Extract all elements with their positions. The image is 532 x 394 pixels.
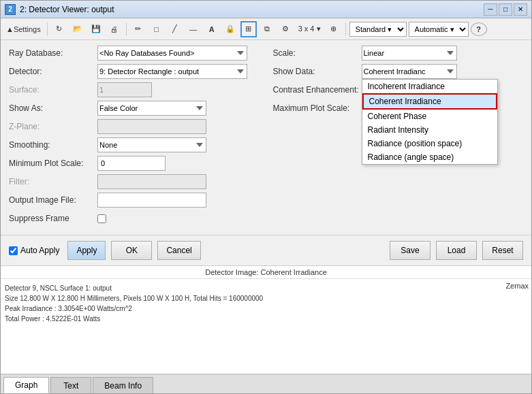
show-data-dropdown-container: Coherent Irradianc Incoherent Irradiance… — [362, 64, 457, 79]
copy-button[interactable]: ⧉ — [259, 21, 275, 37]
preview-info-line1: Detector 9, NSCL Surface 1: output — [5, 283, 445, 293]
smoothing-label: Smoothing: — [9, 140, 97, 150]
dropdown-item-radiant[interactable]: Radiant Intensity — [362, 123, 497, 137]
ok-button[interactable]: OK — [111, 241, 152, 260]
separator-1 — [47, 22, 48, 36]
output-image-row: Output Image File: — [9, 193, 260, 208]
tab-beam-info[interactable]: Beam Info — [93, 377, 153, 393]
maximize-button[interactable]: □ — [499, 3, 512, 16]
min-plot-scale-row: Minimum Plot Scale: — [9, 156, 260, 171]
preview-right: Zemax — [450, 279, 531, 372]
filter-label: Filter: — [9, 177, 97, 186]
save-button[interactable]: Save — [390, 241, 431, 260]
main-window: 2 2: Detector Viewer: output ─ □ ✕ ▲ Set… — [0, 0, 532, 394]
grid-view-button[interactable]: ⊞ — [240, 21, 257, 37]
close-button[interactable]: ✕ — [514, 3, 527, 16]
title-bar: 2 2: Detector Viewer: output ─ □ ✕ — [1, 1, 531, 18]
tab-graph[interactable]: Graph — [3, 377, 49, 393]
window-title: 2: Detector Viewer: output — [20, 5, 484, 14]
output-image-input[interactable] — [97, 193, 206, 208]
z-plane-label: Z-Plane: — [9, 122, 97, 131]
dropdown-item-coherent[interactable]: Coherent Irradiance — [362, 93, 497, 110]
button-row: Auto Apply Apply OK Cancel Save Load Res… — [1, 235, 531, 266]
grid-label: 3 x 4 ▾ — [298, 24, 321, 33]
title-controls: ─ □ ✕ — [484, 3, 527, 16]
reset-button[interactable]: Reset — [482, 241, 523, 260]
scale-label: Scale: — [273, 48, 362, 58]
auto-apply-label: Auto Apply — [20, 246, 59, 255]
right-column: Scale: Linear Show Data: Coherent Irradi… — [273, 46, 524, 229]
settings-button[interactable]: ▲ Settings — [3, 21, 44, 37]
settings-label: Settings — [14, 25, 41, 33]
line-button[interactable]: ╱ — [167, 21, 183, 37]
show-as-label: Show As: — [9, 103, 97, 113]
dropdown-item-radiance-pos[interactable]: Radiance (position space) — [362, 137, 497, 150]
scale-row: Scale: Linear — [273, 46, 524, 61]
dropdown-item-phase[interactable]: Coherent Phase — [362, 110, 497, 123]
suppress-frame-checkbox[interactable] — [97, 214, 106, 223]
preview-info-line2: Size 12.800 W X 12.800 H Millimeters, Pi… — [5, 293, 445, 303]
rect-button[interactable]: □ — [148, 21, 165, 37]
grid-label-button[interactable]: 3 x 4 ▾ — [296, 21, 324, 37]
min-plot-scale-input[interactable] — [97, 156, 166, 171]
dropdown-item-radiance-angle[interactable]: Radiance (angle space) — [362, 150, 497, 164]
detector-row: Detector: 9: Detector Rectangle : output — [9, 64, 260, 79]
add-button[interactable]: ⊕ — [326, 21, 342, 37]
contrast-label: Contrast Enhancement: — [273, 85, 362, 95]
detector-label: Detector: — [9, 67, 97, 76]
standard-dropdown[interactable]: Standard ▾ — [349, 22, 407, 37]
show-as-row: Show As: False Color — [9, 101, 260, 116]
load-button[interactable]: Load — [436, 241, 477, 260]
dropdown-item-incoherent[interactable]: Incoherent Irradiance — [362, 80, 497, 93]
min-plot-scale-label: Minimum Plot Scale: — [9, 159, 97, 168]
z-plane-select[interactable] — [97, 119, 206, 134]
refresh-button[interactable]: ↻ — [51, 21, 67, 37]
surface-row: Surface: 1 — [9, 82, 260, 97]
window-icon: 2 — [5, 4, 16, 15]
preview-title: Detector Image: Coherent Irradiance — [1, 266, 531, 279]
zemax-label: Zemax — [505, 282, 529, 290]
preview-content: Detector 9, NSCL Surface 1: output Size … — [1, 279, 531, 372]
output-image-label: Output Image File: — [9, 195, 97, 205]
separator-3 — [345, 22, 346, 36]
help-button[interactable]: ? — [471, 22, 487, 36]
suppress-frame-label: Suppress Frame — [9, 214, 97, 223]
form-panel: Ray Database: <No Ray Databases Found> D… — [1, 40, 531, 235]
preview-left: Detector 9, NSCL Surface 1: output Size … — [1, 279, 450, 372]
separator-2 — [126, 22, 127, 36]
smoothing-select[interactable]: None — [97, 137, 206, 152]
settings2-button[interactable]: ⚙ — [277, 21, 294, 37]
pencil-button[interactable]: ✏ — [130, 21, 146, 37]
tab-bar: Graph Text Beam Info — [1, 374, 531, 393]
automatic-dropdown[interactable]: Automatic ▾ — [409, 22, 469, 37]
print-button[interactable]: 🖨 — [106, 21, 123, 37]
show-as-select[interactable]: False Color — [97, 101, 206, 116]
chevron-up-icon: ▲ — [6, 25, 14, 33]
two-col-form: Ray Database: <No Ray Databases Found> D… — [9, 46, 523, 229]
auto-apply-checkbox[interactable] — [9, 246, 18, 255]
preview-info-line3: Peak Irradiance : 3.3054E+00 Watts/cm^2 — [5, 303, 445, 314]
text-button[interactable]: A — [204, 21, 220, 37]
filter-input[interactable] — [97, 174, 206, 189]
apply-button[interactable]: Apply — [67, 241, 106, 260]
dash-button[interactable]: — — [185, 21, 202, 37]
show-data-select[interactable]: Coherent Irradianc — [362, 64, 457, 79]
ray-database-row: Ray Database: <No Ray Databases Found> — [9, 46, 260, 61]
z-plane-row: Z-Plane: — [9, 119, 260, 134]
tab-text[interactable]: Text — [50, 377, 91, 393]
ray-database-label: Ray Database: — [9, 48, 97, 58]
show-data-label: Show Data: — [273, 67, 362, 76]
lock-button[interactable]: 🔒 — [222, 21, 238, 37]
minimize-button[interactable]: ─ — [484, 3, 497, 16]
scale-select[interactable]: Linear — [362, 46, 457, 61]
detector-select[interactable]: 9: Detector Rectangle : output — [97, 64, 247, 79]
suppress-frame-row: Suppress Frame — [9, 211, 260, 226]
save-toolbar-button[interactable]: 💾 — [88, 21, 104, 37]
cancel-button[interactable]: Cancel — [157, 241, 200, 260]
open-button[interactable]: 📂 — [69, 21, 86, 37]
surface-label: Surface: — [9, 85, 97, 95]
show-data-row: Show Data: Coherent Irradianc Incoherent… — [273, 64, 524, 79]
surface-select[interactable]: 1 — [97, 82, 152, 97]
ray-database-select[interactable]: <No Ray Databases Found> — [97, 46, 247, 61]
toolbar: ▲ Settings ↻ 📂 💾 🖨 ✏ □ ╱ — A 🔒 ⊞ ⧉ ⚙ 3 x… — [1, 18, 531, 40]
